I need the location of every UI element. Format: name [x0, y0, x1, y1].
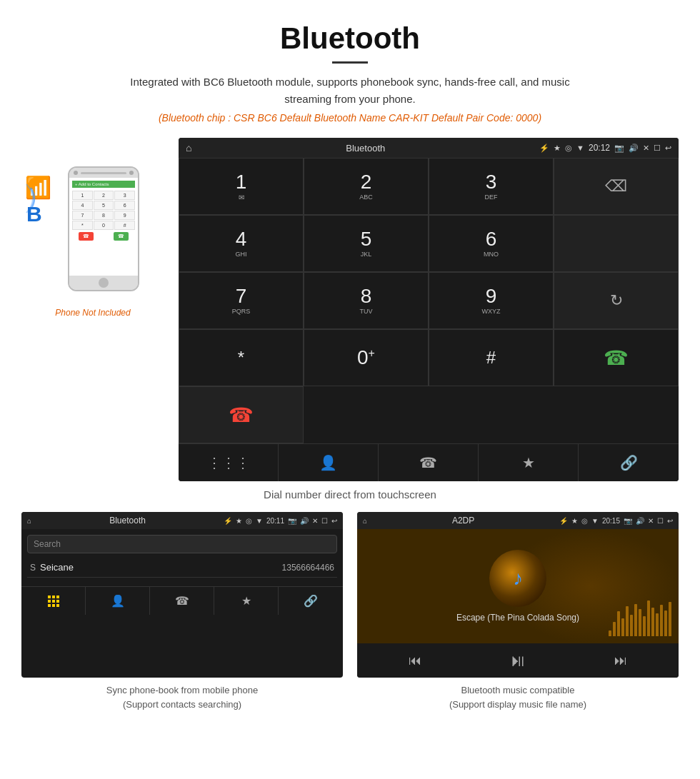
dialpad-grid: 1 ✉ 2 ABC 3 DEF ⌫ 4 GHI 5 JKL: [179, 158, 679, 443]
phone-key-7: 7: [72, 211, 93, 220]
music-content: ♪ Escape (The Pina Colada Song): [357, 529, 679, 643]
eq-bar-13: [660, 605, 663, 636]
dial-key-3[interactable]: 3 DEF: [429, 158, 554, 215]
dial-key-4[interactable]: 4 GHI: [179, 215, 304, 272]
dial-call-end[interactable]: ☎: [179, 386, 304, 443]
eq-bar-11: [651, 608, 654, 636]
music-usb-icon: ⚡: [559, 517, 568, 525]
pb-vol-icon: 🔊: [300, 517, 309, 525]
phone-screen: + Add to Contacts 1 2 3 4 5 6 7 8 9 * 0 …: [69, 178, 138, 276]
dial-key-hash[interactable]: #: [429, 329, 554, 386]
dial-key-star[interactable]: *: [179, 329, 304, 386]
pb-cam-icon: 📷: [288, 517, 296, 525]
music-bt-icon: ★: [571, 517, 578, 525]
dialpad-tab-phone[interactable]: ☎: [379, 444, 479, 481]
pb-bt-icon: ★: [236, 517, 242, 525]
contact-initial: S: [30, 563, 36, 573]
status-time: 20:12: [589, 143, 610, 153]
dial-screen: ⌂ Bluetooth ⚡ ★ ◎ ▼ 20:12 📷 🔊 ✕ ☐ ↩ 1 ✉: [179, 138, 679, 481]
pb-wifi-icon: ▼: [256, 517, 263, 525]
header-description: Integrated with BC6 Bluetooth module, su…: [107, 74, 593, 108]
music-bluetooth-icon: ♪: [513, 567, 523, 590]
eq-bar-6: [630, 615, 633, 636]
phone-keypad: 1 2 3 4 5 6 7 8 9 * 0 #: [72, 191, 135, 230]
dial-key-6[interactable]: 6 MNO: [429, 215, 554, 272]
title-divider: [332, 61, 368, 64]
eq-bar-2: [613, 622, 616, 636]
dial-call-accept[interactable]: ☎: [554, 329, 679, 386]
phone-key-4: 4: [72, 201, 93, 210]
eq-bar-14: [664, 610, 667, 636]
dialpad-bottom-bar: ⋮⋮⋮ 👤 ☎ ★ 🔗: [179, 443, 679, 481]
pb-usb-icon: ⚡: [224, 517, 232, 525]
equalizer-bars: [609, 600, 671, 636]
pb-tab-phone[interactable]: ☎: [150, 587, 214, 615]
eq-bar-3: [617, 611, 620, 636]
pb-time: 20:11: [266, 517, 284, 525]
eq-bar-4: [621, 618, 624, 636]
music-prev-button[interactable]: ⏮: [409, 653, 421, 668]
dial-caption: Dial number direct from touchscreen: [0, 481, 700, 512]
dialpad-tab-bluetooth[interactable]: ★: [479, 444, 579, 481]
dialpad-tab-contacts[interactable]: 👤: [279, 444, 379, 481]
dial-key-9[interactable]: 9 WXYZ: [429, 272, 554, 329]
eq-bar-15: [669, 602, 671, 636]
dial-row2-empty: [554, 215, 679, 272]
close-icon: ✕: [643, 144, 649, 153]
dialpad-tab-keypad[interactable]: ⋮⋮⋮: [179, 444, 279, 481]
music-wifi-icon: ▼: [591, 517, 599, 525]
music-play-button[interactable]: ⏯: [509, 650, 526, 670]
phonebook-search-field[interactable]: Search: [27, 535, 337, 553]
phone-camera: [74, 171, 78, 175]
location-icon: ◎: [565, 144, 572, 153]
eq-bar-8: [639, 609, 641, 636]
music-next-button[interactable]: ⏭: [614, 653, 627, 668]
music-time: 20:15: [602, 517, 620, 525]
dial-key-5[interactable]: 5 JKL: [304, 215, 429, 272]
contact-number: 13566664466: [282, 563, 334, 573]
eq-bar-9: [643, 616, 646, 636]
pb-win-icon: ☐: [321, 517, 328, 525]
phone-bottom: [69, 276, 138, 290]
pb-tab-link[interactable]: 🔗: [279, 587, 343, 615]
pb-tab-keypad[interactable]: [21, 587, 86, 615]
music-cam-icon: 📷: [624, 517, 632, 525]
svg-rect-4: [56, 595, 59, 598]
phone-body: + Add to Contacts 1 2 3 4 5 6 7 8 9 * 0 …: [68, 166, 139, 291]
music-screen: ⌂ A2DP ⚡ ★ ◎ ▼ 20:15 📷 🔊 ✕ ☐ ↩: [357, 512, 679, 678]
dial-refresh-cell[interactable]: ↻: [554, 272, 679, 329]
dial-key-1[interactable]: 1 ✉: [179, 158, 304, 215]
svg-rect-2: [48, 595, 51, 598]
svg-rect-7: [56, 600, 59, 603]
phonebook-card: ⌂ Bluetooth ⚡ ★ ◎ ▼ 20:11 📷 🔊 ✕ ☐ ↩ Sear…: [21, 512, 343, 711]
eq-bar-1: [609, 630, 611, 636]
svg-rect-9: [52, 604, 55, 607]
music-controls-bar: ⏮ ⏯ ⏭: [357, 643, 679, 678]
phone-key-9: 9: [114, 211, 135, 220]
phone-speaker: [81, 172, 126, 174]
phonebook-contact-row[interactable]: S Seicane 13566664466: [27, 558, 337, 578]
music-loc-icon: ◎: [581, 517, 588, 525]
dial-key-0[interactable]: 0+: [304, 329, 429, 386]
phone-key-2: 2: [94, 191, 114, 200]
dial-key-8[interactable]: 8 TUV: [304, 272, 429, 329]
music-status-bar: ⌂ A2DP ⚡ ★ ◎ ▼ 20:15 📷 🔊 ✕ ☐ ↩: [357, 512, 679, 529]
music-vol-icon: 🔊: [636, 517, 644, 525]
svg-rect-10: [56, 604, 59, 607]
dial-key-7[interactable]: 7 PQRS: [179, 272, 304, 329]
contact-name: Seicane: [40, 562, 282, 573]
dial-key-2[interactable]: 2 ABC: [304, 158, 429, 215]
phone-key-1: 1: [72, 191, 93, 200]
pb-loc-icon: ◎: [246, 517, 252, 525]
pb-back-icon: ↩: [331, 517, 337, 525]
eq-bar-5: [626, 606, 629, 636]
phonebook-content: Search S Seicane 13566664466: [21, 529, 343, 583]
wifi-icon: ▼: [576, 144, 584, 152]
pb-tab-bluetooth[interactable]: ★: [214, 587, 279, 615]
bluetooth-status-icon: ★: [554, 144, 561, 153]
back-icon: ↩: [665, 144, 671, 153]
phonebook-search-placeholder: Search: [34, 539, 61, 549]
dialpad-tab-more[interactable]: 🔗: [579, 444, 679, 481]
pb-tab-contacts[interactable]: 👤: [86, 587, 150, 615]
phonebook-caption: Sync phone-book from mobile phone(Suppor…: [21, 678, 343, 711]
